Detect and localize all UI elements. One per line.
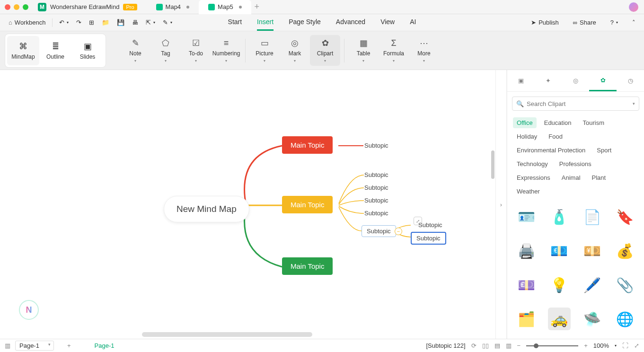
category-plant[interactable]: Plant	[588, 172, 610, 183]
ribbon-formula[interactable]: ΣFormula▾	[379, 35, 409, 66]
publish-button[interactable]: ➤Publish	[527, 16, 563, 29]
fullscreen-icon[interactable]: ⤢	[634, 342, 639, 349]
close-window-icon[interactable]	[5, 4, 10, 10]
main-topic-3[interactable]: Main Topic	[282, 257, 333, 275]
canvas-vscroll[interactable]	[491, 150, 494, 179]
ribbon-to-do[interactable]: ☑To-do▾	[181, 35, 211, 66]
clipart-item[interactable]: 📎	[614, 273, 636, 296]
clipart-item[interactable]: 🧴	[548, 205, 571, 228]
menu-start[interactable]: Start	[228, 14, 242, 31]
menu-insert[interactable]: Insert	[257, 14, 273, 31]
export-button[interactable]: ⇱▾	[142, 16, 159, 29]
category-professions[interactable]: Professions	[556, 158, 595, 169]
add-tab-button[interactable]: +	[251, 1, 263, 13]
category-office[interactable]: Office	[513, 117, 537, 128]
subtopic-boxed[interactable]: Subtopic	[362, 225, 396, 237]
viewmode-slides[interactable]: ▣ Slides	[71, 36, 104, 65]
new-button[interactable]: ⊞	[85, 16, 98, 29]
ribbon-tag[interactable]: ⬠Tag▾	[150, 35, 181, 66]
clipart-item[interactable]: 🖊️	[581, 273, 603, 296]
zoom-in-button[interactable]: +	[584, 342, 588, 349]
clipart-item[interactable]: 💶	[548, 239, 571, 262]
mindmap-root[interactable]: New Mind Map	[164, 196, 249, 222]
zoom-slider[interactable]	[526, 345, 578, 346]
layout3-icon[interactable]: ▥	[506, 342, 512, 349]
subtopic-selected[interactable]: Subtopic	[411, 232, 446, 245]
layout2-icon[interactable]: ▤	[494, 342, 500, 349]
ribbon-table[interactable]: ▦Table▾	[348, 35, 379, 66]
clipart-item[interactable]: 💷	[515, 273, 538, 296]
main-topic-2[interactable]: Main Topic	[282, 196, 333, 213]
side-tab-mark[interactable]: ◎	[562, 70, 590, 91]
clipart-item[interactable]: 💰	[614, 239, 636, 262]
subtopic[interactable]: Subtopic	[364, 184, 388, 191]
edit-button[interactable]: ✎▾	[159, 16, 176, 29]
clipart-item[interactable]: 🖨️	[515, 239, 538, 262]
side-tab-clipart[interactable]: ✿	[589, 70, 617, 91]
clipart-search[interactable]: 🔍 ▾	[512, 97, 639, 111]
print-button[interactable]: 🖶	[128, 16, 142, 29]
menu-page-style[interactable]: Page Style	[289, 14, 321, 31]
share-button[interactable]: ∞Share	[569, 16, 600, 29]
page-tab[interactable]: Page-1	[95, 342, 115, 349]
chevron-down-icon[interactable]: ▾	[633, 101, 635, 106]
canvas-scrollbar[interactable]	[142, 332, 312, 337]
side-tab-outline[interactable]: ▣	[507, 70, 535, 91]
category-environmental-protection[interactable]: Environmental Protection	[513, 145, 589, 156]
ribbon-note[interactable]: ✎Note▾	[120, 35, 150, 66]
category-animal[interactable]: Animal	[558, 172, 584, 183]
clipart-item[interactable]: 🪪	[515, 205, 538, 228]
clipart-item[interactable]: 💴	[581, 239, 603, 262]
clipart-item[interactable]: 🚕	[548, 308, 571, 330]
maximize-window-icon[interactable]	[23, 4, 28, 10]
ribbon-clipart[interactable]: ✿Clipart▾	[310, 35, 340, 66]
subtopic[interactable]: Subtopic	[364, 197, 388, 204]
save-button[interactable]: 💾	[113, 16, 128, 29]
zoom-thumb[interactable]	[534, 343, 538, 348]
viewmode-mindmap[interactable]: ⌘ MindMap	[7, 36, 39, 65]
menu-advanced[interactable]: Advanced	[336, 14, 365, 31]
open-button[interactable]: 📁	[98, 16, 113, 29]
ribbon-more[interactable]: ⋯More▾	[409, 35, 439, 66]
undo-button[interactable]: ↶▾	[55, 16, 72, 29]
category-weather[interactable]: Weather	[513, 186, 544, 197]
add-page-button[interactable]: +	[67, 342, 71, 349]
clipart-item[interactable]: 🌐	[614, 308, 636, 330]
collapse-node-button[interactable]: −	[395, 228, 402, 235]
main-topic-1[interactable]: Main Topic	[282, 136, 333, 154]
canvas[interactable]: New Mind Map Main Topic Main Topic Main …	[0, 70, 495, 339]
category-technology[interactable]: Technology	[513, 158, 552, 169]
category-sport[interactable]: Sport	[593, 145, 615, 156]
pages-icon[interactable]: ▥	[5, 342, 10, 349]
side-tab-history[interactable]: ◷	[617, 70, 644, 91]
category-tourism[interactable]: Tourism	[579, 117, 609, 128]
tab-map4[interactable]: Map4	[147, 0, 199, 14]
chevron-down-icon[interactable]: ▾	[615, 343, 617, 348]
panel-toggle-button[interactable]: ›	[495, 70, 507, 339]
menu-view[interactable]: View	[380, 14, 395, 31]
category-holiday[interactable]: Holiday	[513, 131, 541, 142]
minimize-window-icon[interactable]	[14, 4, 19, 10]
category-expressions[interactable]: Expressions	[513, 172, 554, 183]
side-tab-ai[interactable]: ✦	[535, 70, 562, 91]
layout1-icon[interactable]: ▯▯	[482, 342, 489, 349]
menu-ai[interactable]: AI	[410, 14, 416, 31]
clipart-item[interactable]: 🔖	[614, 205, 636, 228]
ribbon-numbering[interactable]: ≡Numbering▾	[211, 35, 241, 66]
subtopic[interactable]: Subtopic	[364, 171, 388, 178]
page-selector[interactable]: Page-1	[15, 341, 54, 351]
tab-map5[interactable]: Map5	[199, 0, 251, 14]
subtopic[interactable]: Subtopic	[364, 142, 388, 149]
category-food[interactable]: Food	[545, 131, 566, 142]
help-button[interactable]: ?▾	[607, 16, 622, 29]
ribbon-picture[interactable]: ▭Picture▾	[249, 35, 280, 66]
collapse-ribbon-button[interactable]: ˄	[628, 16, 639, 29]
viewmode-outline[interactable]: ≣ Outline	[39, 36, 71, 65]
ai-fab-button[interactable]: N	[19, 300, 39, 320]
redo-button[interactable]: ↷	[72, 16, 85, 29]
subtopic[interactable]: Subtopic	[364, 210, 388, 217]
clipart-item[interactable]: 💡	[548, 273, 571, 296]
category-education[interactable]: Education	[540, 117, 575, 128]
search-input[interactable]	[527, 100, 633, 107]
ribbon-mark[interactable]: ◎Mark▾	[280, 35, 310, 66]
